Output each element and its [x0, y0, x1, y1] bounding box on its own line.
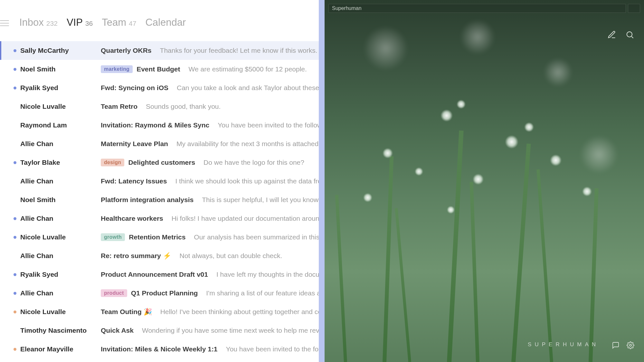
unread-dot-icon: [14, 199, 16, 201]
email-row[interactable]: Noel SmithPlatform integration analysisT…: [0, 190, 319, 209]
background-image: [325, 0, 644, 362]
window-control[interactable]: [628, 4, 640, 13]
email-sender: Allie Chan: [16, 215, 101, 222]
email-preview: Sounds good, thank you.: [141, 103, 221, 110]
email-row[interactable]: Taylor BlakedesignDelighted customersDo …: [0, 153, 319, 172]
email-subject-area: Fwd: Latency IssuesI think we should loo…: [101, 177, 319, 185]
email-subject: Team Retro: [101, 103, 137, 110]
email-row[interactable]: Allie ChanMaternity Leave PlanMy availab…: [0, 135, 319, 153]
email-subject-area: Product Announcement Draft v01I have lef…: [101, 271, 319, 278]
unread-dot-icon: [14, 292, 16, 295]
email-sender: Allie Chan: [16, 140, 101, 148]
tab-count: 232: [46, 20, 58, 27]
email-subject: Healthcare workers: [101, 215, 163, 222]
email-list: Sally McCarthyQuarterly OKRsThanks for y…: [0, 41, 319, 358]
app-title: Superhuman: [332, 5, 362, 11]
email-subject: Delighted customers: [128, 159, 195, 166]
email-sender: Allie Chan: [16, 289, 101, 297]
unread-dot-icon: [14, 68, 16, 71]
email-subject-area: growthRetention MetricsOur analysis has …: [101, 233, 319, 241]
tab-label: Inbox: [19, 17, 44, 28]
tab-count: 36: [85, 20, 93, 27]
email-row[interactable]: Timothy NascimentoQuick AskWondering if …: [0, 321, 319, 340]
svg-point-1: [630, 344, 631, 346]
email-row[interactable]: Eleanor MayvilleInvitation: Miles & Nico…: [0, 340, 319, 358]
email-subject: Quarterly OKRs: [101, 47, 152, 54]
email-sender: Ryalik Syed: [16, 84, 101, 92]
tab-vip[interactable]: VIP36: [67, 17, 93, 28]
tab-calendar[interactable]: Calendar: [145, 17, 186, 28]
svg-point-0: [627, 32, 632, 37]
search-icon[interactable]: [625, 30, 634, 39]
email-sender: Allie Chan: [16, 252, 101, 260]
email-label-tag: design: [101, 159, 124, 166]
tab-inbox[interactable]: Inbox232: [19, 17, 58, 28]
email-label-tag: growth: [101, 233, 125, 241]
email-sender: Raymond Lam: [16, 121, 101, 129]
email-row[interactable]: Ryalik SyedFwd: Syncing on iOSCan you ta…: [0, 79, 319, 97]
email-subject: Retention Metrics: [129, 233, 185, 241]
email-subject-area: Quick AskWondering if you have some time…: [101, 327, 319, 334]
unread-dot-icon: [14, 105, 16, 108]
email-preview: This is super helpful, I will let you kn…: [197, 196, 319, 204]
email-preview: We are estimating $5000 for 12 people.: [184, 65, 307, 73]
email-preview: Can you take a look and ask Taylor about…: [172, 84, 319, 92]
email-label-tag: product: [101, 289, 127, 297]
email-preview: I'm sharing a list of our feature ideas …: [202, 289, 319, 297]
email-subject: Invitation: Raymond & Miles Sync: [101, 121, 209, 129]
email-sender: Timothy Nascimento: [16, 327, 101, 334]
email-sender: Taylor Blake: [16, 159, 101, 166]
unread-dot-icon: [14, 124, 16, 127]
email-row[interactable]: Ryalik SyedProduct Announcement Draft v0…: [0, 265, 319, 284]
unread-dot-icon: [14, 161, 16, 164]
unread-dot-icon: [14, 329, 16, 332]
email-label-tag: marketing: [101, 65, 133, 73]
email-subject-area: Team RetroSounds good, thank you.: [101, 103, 221, 110]
email-subject-area: Platform integration analysisThis is sup…: [101, 196, 319, 204]
email-preview: Thanks for your feedback! Let me know if…: [156, 47, 317, 54]
email-subject: Maternity Leave Plan: [101, 140, 168, 148]
email-preview: I have left my thoughts in the docume: [212, 271, 319, 278]
email-row[interactable]: Nicole LuvallegrowthRetention MetricsOur…: [0, 228, 319, 246]
email-preview: You have been invited to the following: [213, 121, 319, 129]
tab-team[interactable]: Team47: [102, 17, 136, 28]
email-subject-area: Quarterly OKRsThanks for your feedback! …: [101, 47, 317, 54]
email-row[interactable]: Allie ChanHealthcare workersHi folks! I …: [0, 209, 319, 228]
email-subject-area: Invitation: Raymond & Miles SyncYou have…: [101, 121, 319, 129]
chat-icon[interactable]: [612, 341, 620, 349]
email-preview: Wondering if you have some time next wee…: [137, 327, 319, 334]
email-sender: Eleanor Mayville: [16, 345, 101, 353]
email-subject: Fwd: Latency Issues: [101, 177, 167, 185]
email-sender: Nicole Luvalle: [16, 233, 101, 241]
email-subject-area: marketingEvent BudgetWe are estimating $…: [101, 65, 307, 73]
tab-label: VIP: [67, 17, 83, 28]
email-subject-area: designDelighted customersDo we have the …: [101, 159, 304, 166]
reading-pane: Superhuman SUPERHUMAN: [319, 0, 644, 362]
unread-dot-icon: [14, 236, 16, 239]
email-row[interactable]: Allie ChanFwd: Latency IssuesI think we …: [0, 172, 319, 190]
email-list-panel: Inbox232VIP36Team47Calendar Sally McCart…: [0, 0, 319, 362]
email-row[interactable]: Allie ChanRe: retro summary ⚡Not always,…: [0, 246, 319, 265]
email-subject: Q1 Product Planning: [131, 289, 198, 297]
email-row[interactable]: Noel SmithmarketingEvent BudgetWe are es…: [0, 60, 319, 79]
settings-gear-icon[interactable]: [627, 341, 634, 349]
email-preview: Hello! I've been thinking about getting …: [156, 308, 319, 316]
email-subject: Invitation: Miles & Nicole Weekly 1:1: [101, 345, 218, 353]
tab-label: Team: [102, 17, 126, 28]
compose-icon[interactable]: [607, 30, 616, 39]
window-titlebar[interactable]: Superhuman: [328, 4, 626, 13]
email-row[interactable]: Nicole LuvalleTeam RetroSounds good, tha…: [0, 97, 319, 116]
email-row[interactable]: Allie ChanproductQ1 Product PlanningI'm …: [0, 284, 319, 302]
email-row[interactable]: Nicole LuvalleTeam Outing 🎉Hello! I've b…: [0, 302, 319, 321]
email-subject-area: Re: retro summary ⚡Not always, but can d…: [101, 252, 282, 260]
menu-hamburger-icon[interactable]: [0, 19, 9, 27]
email-preview: Not always, but can double check.: [175, 252, 282, 260]
email-row[interactable]: Raymond LamInvitation: Raymond & Miles S…: [0, 116, 319, 135]
unread-dot-icon: [14, 49, 16, 52]
email-sender: Noel Smith: [16, 65, 101, 73]
folder-tabs: Inbox232VIP36Team47Calendar: [0, 0, 319, 41]
unread-dot-icon: [14, 348, 16, 351]
email-row[interactable]: Sally McCarthyQuarterly OKRsThanks for y…: [0, 41, 319, 60]
email-sender: Sally McCarthy: [16, 47, 101, 54]
email-subject: Event Budget: [137, 65, 180, 73]
